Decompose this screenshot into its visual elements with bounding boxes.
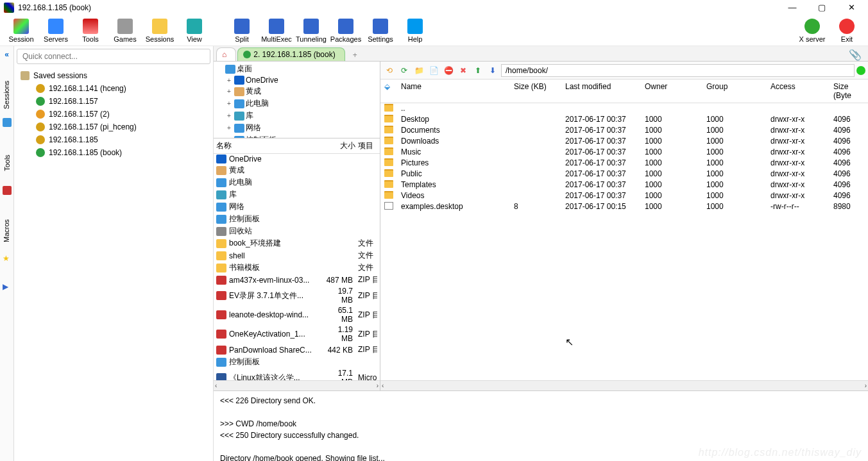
- upload-icon[interactable]: ⬆: [472, 64, 484, 77]
- remote-file-row[interactable]: Downloads2017-06-17 00:3710001000drwxr-x…: [380, 136, 868, 147]
- local-tree-item[interactable]: +OneDrive: [215, 75, 379, 85]
- remote-path-input[interactable]: [501, 64, 855, 77]
- stop-icon[interactable]: ⛔: [442, 64, 455, 77]
- remote-file-row[interactable]: Pictures2017-06-17 00:3710001000drwxr-xr…: [380, 158, 868, 169]
- local-tree-item[interactable]: +库: [215, 110, 379, 122]
- col-type[interactable]: 项目: [355, 140, 377, 151]
- quick-connect-input[interactable]: [17, 49, 210, 64]
- local-file-row[interactable]: leanote-desktop-wind...65.1 MBZIP 目: [214, 305, 380, 324]
- local-file-row[interactable]: EV录屏 3.7.1单文件...19.7 MBZIP 目: [214, 286, 380, 305]
- local-file-list[interactable]: OneDrive黄成此电脑库网络控制面板回收站book_环境搭建文件shell文…: [214, 154, 380, 380]
- col-group[interactable]: Group: [702, 82, 767, 100]
- toolbar-sessions[interactable]: Sessions: [142, 19, 177, 43]
- toolbar-tunneling[interactable]: Tunneling: [294, 19, 328, 43]
- local-file-row[interactable]: 《Linux就该这么学...17.1 MBMicro: [214, 368, 380, 380]
- local-file-row[interactable]: shell文件: [214, 249, 380, 262]
- col-size[interactable]: Size (KB): [510, 82, 561, 100]
- delete-icon[interactable]: ✖: [457, 64, 470, 77]
- expand-icon[interactable]: +: [225, 112, 233, 119]
- expand-icon[interactable]: +: [225, 88, 233, 95]
- local-file-row[interactable]: 控制面板: [214, 356, 380, 368]
- rail-macros[interactable]: Macros: [3, 219, 11, 242]
- toolbar-x-server[interactable]: X server: [795, 19, 830, 43]
- local-tree-item[interactable]: +控制面板: [215, 134, 379, 138]
- new-folder-icon[interactable]: 📁: [413, 64, 425, 77]
- toolbar-session[interactable]: Session: [4, 19, 38, 43]
- close-button[interactable]: ✕: [842, 1, 860, 14]
- local-file-row[interactable]: 书籍模板文件: [214, 262, 380, 274]
- col-modified[interactable]: Last modified: [561, 82, 641, 100]
- local-file-row[interactable]: 回收站: [214, 225, 380, 237]
- local-tree-item[interactable]: 桌面: [215, 63, 379, 75]
- attach-icon[interactable]: 📎: [845, 49, 865, 61]
- session-item[interactable]: 192.168.1.185 (book): [14, 146, 213, 159]
- back-icon[interactable]: ⟲: [383, 64, 396, 77]
- saved-sessions-folder[interactable]: Saved sessions: [14, 69, 213, 82]
- rail-tools[interactable]: Tools: [3, 155, 11, 171]
- remote-file-row[interactable]: Templates2017-06-17 00:3710001000drwxr-x…: [380, 180, 868, 190]
- local-tree-item[interactable]: +此电脑: [215, 97, 379, 110]
- expand-icon[interactable]: +: [225, 124, 233, 131]
- col-owner[interactable]: Owner: [641, 82, 702, 100]
- local-file-row[interactable]: book_环境搭建文件: [214, 237, 380, 249]
- scroll-right-icon[interactable]: ›: [865, 382, 867, 389]
- session-item[interactable]: 192.168.1.157 (pi_hceng): [14, 121, 213, 133]
- remote-hscroll[interactable]: ‹›: [380, 380, 868, 390]
- download-icon[interactable]: ⬇: [486, 64, 499, 77]
- local-file-row[interactable]: 黄成: [214, 164, 380, 176]
- parent-dir-row[interactable]: ..: [380, 103, 868, 114]
- toolbar-exit[interactable]: Exit: [830, 19, 864, 43]
- remote-file-row[interactable]: Videos2017-06-17 00:3710001000drwxr-xr-x…: [380, 190, 868, 201]
- scroll-right-icon[interactable]: ›: [377, 382, 379, 389]
- new-tab-button[interactable]: +: [346, 49, 364, 61]
- log-output[interactable]: <<< 226 Directory send OK. >>> CWD /home…: [214, 390, 868, 461]
- local-file-row[interactable]: am437x-evm-linux-03...487 MBZIP 目: [214, 274, 380, 286]
- refresh-icon[interactable]: ⟳: [398, 64, 411, 77]
- toolbar-split[interactable]: Split: [225, 19, 259, 43]
- session-tab[interactable]: 2. 192.168.1.185 (book): [237, 47, 345, 61]
- session-item[interactable]: 192.168.1.157: [14, 95, 213, 108]
- local-tree-item[interactable]: +黄成: [215, 85, 379, 97]
- col-name[interactable]: Name: [397, 82, 510, 100]
- col-size[interactable]: 大小: [328, 140, 355, 151]
- local-tree-item[interactable]: +网络: [215, 122, 379, 134]
- local-file-row[interactable]: PanDownload ShareC...442 KBZIP 目: [214, 344, 380, 356]
- expand-icon[interactable]: +: [225, 77, 233, 84]
- copy-icon[interactable]: 📄: [427, 64, 440, 77]
- toolbar-servers[interactable]: Servers: [38, 19, 73, 43]
- scroll-left-icon[interactable]: ‹: [382, 382, 384, 389]
- col-access[interactable]: Access: [767, 82, 830, 100]
- local-file-row[interactable]: OneDrive: [214, 154, 380, 164]
- local-file-row[interactable]: 控制面板: [214, 213, 380, 225]
- home-tab[interactable]: ⌂: [216, 47, 236, 61]
- local-hscroll[interactable]: ‹›: [214, 380, 380, 390]
- remote-file-row[interactable]: Documents2017-06-17 00:3710001000drwxr-x…: [380, 125, 868, 136]
- toolbar-help[interactable]: Help: [398, 19, 432, 43]
- scroll-left-icon[interactable]: ‹: [215, 382, 217, 389]
- col-filesize[interactable]: Size (Byte: [830, 82, 868, 100]
- toolbar-view[interactable]: View: [177, 19, 212, 43]
- local-file-row[interactable]: 网络: [214, 201, 380, 213]
- remote-file-row[interactable]: Public2017-06-17 00:3710001000drwxr-xr-x…: [380, 169, 868, 180]
- local-file-row[interactable]: 此电脑: [214, 176, 380, 189]
- expand-icon[interactable]: +: [225, 100, 233, 107]
- session-item[interactable]: 192.168.1.157 (2): [14, 108, 213, 121]
- local-file-row[interactable]: 库: [214, 189, 380, 201]
- rail-sessions[interactable]: Sessions: [3, 81, 11, 110]
- session-item[interactable]: 192.168.1.185: [14, 133, 213, 146]
- toolbar-packages[interactable]: Packages: [328, 19, 363, 43]
- remote-file-row[interactable]: Desktop2017-06-17 00:3710001000drwxr-xr-…: [380, 114, 868, 125]
- remote-file-row[interactable]: Music2017-06-17 00:3710001000drwxr-xr-x4…: [380, 147, 868, 158]
- minimize-button[interactable]: —: [783, 1, 801, 14]
- collapse-rail-icon[interactable]: «: [4, 50, 9, 59]
- col-name[interactable]: 名称: [216, 140, 328, 151]
- remote-file-row[interactable]: examples.desktop82017-06-17 00:151000100…: [380, 201, 868, 212]
- toolbar-settings[interactable]: Settings: [363, 19, 398, 43]
- session-item[interactable]: 192.168.1.141 (hceng): [14, 82, 213, 95]
- toolbar-games[interactable]: Games: [108, 19, 142, 43]
- toolbar-multiexec[interactable]: MultiExec: [259, 19, 294, 43]
- local-tree[interactable]: 桌面+OneDrive+黄成+此电脑+库+网络+控制面板回收站: [214, 62, 380, 138]
- local-file-row[interactable]: OneKeyActivation_1...1.19 MBZIP 目: [214, 324, 380, 344]
- remote-file-list[interactable]: ..Desktop2017-06-17 00:3710001000drwxr-x…: [380, 103, 868, 380]
- maximize-button[interactable]: ▢: [813, 1, 831, 14]
